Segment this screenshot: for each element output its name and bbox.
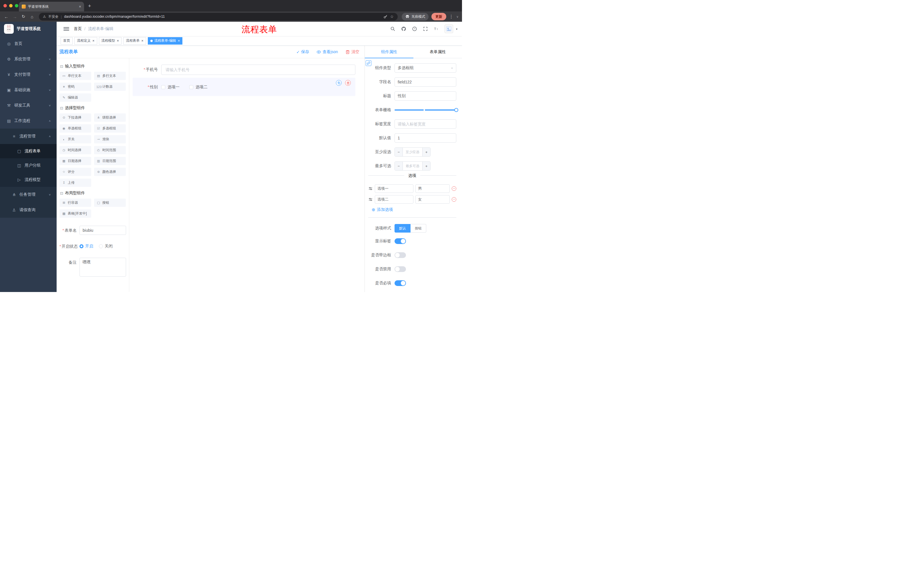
default-value-input[interactable] xyxy=(394,133,456,143)
title-input[interactable] xyxy=(394,91,456,100)
status-on-radio[interactable]: 开启 xyxy=(79,244,93,249)
bookmark-star-icon[interactable]: ☆ xyxy=(390,14,394,19)
palette-item-checkbox-group[interactable]: ☑多选框组 xyxy=(94,124,126,133)
clear-button[interactable]: 清空 xyxy=(345,49,360,54)
sidebar-item-leave-query[interactable]: ♙ 请假查询 xyxy=(0,202,57,218)
back-button[interactable]: ← xyxy=(3,14,9,19)
required-toggle[interactable] xyxy=(394,280,406,286)
drag-handle-icon[interactable] xyxy=(368,186,373,191)
tag-close-icon[interactable]: × xyxy=(117,39,119,43)
tag-close-icon[interactable]: × xyxy=(141,39,144,43)
palette-item-editor[interactable]: ✎编辑器 xyxy=(59,94,91,102)
palette-item-radio-group[interactable]: ◉单选框组 xyxy=(59,124,91,133)
add-option-button[interactable]: ⊕ 添加选项 xyxy=(372,207,456,212)
new-tab-button[interactable]: + xyxy=(88,3,91,9)
tab-close-icon[interactable]: × xyxy=(79,4,81,9)
toolbar-chevron-icon[interactable]: ∨ xyxy=(456,15,459,18)
option-value-input[interactable] xyxy=(416,184,450,193)
palette-item-single-line-text[interactable]: ▭单行文本 xyxy=(59,72,91,80)
field-name-input[interactable] xyxy=(394,77,456,87)
search-icon[interactable] xyxy=(390,26,395,31)
palette-item-password[interactable]: ∗密码 xyxy=(59,82,91,91)
window-close-button[interactable] xyxy=(3,4,7,7)
sidebar-item-payment[interactable]: ¥ 支付管理 ∨ xyxy=(0,67,57,82)
user-avatar[interactable] xyxy=(445,25,453,33)
tag-home[interactable]: 首页 xyxy=(61,37,73,44)
stepper-plus-button[interactable]: + xyxy=(422,148,430,156)
palette-item-cascader[interactable]: ⋔级联选择 xyxy=(94,114,126,122)
stepper-plus-button[interactable]: + xyxy=(422,162,430,170)
link-icon-button[interactable] xyxy=(366,60,371,66)
show-label-toggle[interactable] xyxy=(394,238,406,244)
drag-handle-icon[interactable] xyxy=(368,197,373,202)
sidebar-item-infrastructure[interactable]: ▣ 基础设施 ∨ xyxy=(0,82,57,98)
window-minimize-button[interactable] xyxy=(9,4,13,7)
palette-item-button[interactable]: ▢按钮 xyxy=(94,199,126,207)
save-button[interactable]: ✓ 保存 xyxy=(297,49,309,54)
hamburger-icon[interactable] xyxy=(63,27,69,31)
sidebar-item-process-model[interactable]: ▷ 流程模型 xyxy=(0,173,57,187)
palette-item-counter[interactable]: 123计数器 xyxy=(94,82,126,91)
tag-process-form[interactable]: 流程表单× xyxy=(123,37,146,44)
style-default-button[interactable]: 默认 xyxy=(394,224,411,233)
view-json-button[interactable]: 查看json xyxy=(317,49,338,54)
sidebar-item-devtools[interactable]: ⚒ 研发工具 ∨ xyxy=(0,98,57,113)
stepper-minus-button[interactable]: − xyxy=(395,162,403,170)
tab-component-props[interactable]: 组件属性 xyxy=(365,46,413,58)
option-value-input[interactable] xyxy=(416,195,450,204)
copy-component-button[interactable] xyxy=(336,80,342,86)
slider-handle[interactable] xyxy=(454,108,458,112)
sidebar-item-user-group[interactable]: ◫ 用户分组 xyxy=(0,158,57,173)
stepper-value[interactable]: 最多可选 xyxy=(403,162,422,170)
checkbox-box[interactable] xyxy=(189,85,193,89)
stepper-minus-button[interactable]: − xyxy=(395,148,403,156)
palette-item-time-range[interactable]: ◴时间范围 xyxy=(94,146,126,154)
fullscreen-icon[interactable] xyxy=(423,26,428,31)
sidebar-item-process-form[interactable]: ▢ 流程表单 xyxy=(0,144,57,158)
home-button[interactable]: ⌂ xyxy=(29,14,35,19)
border-toggle[interactable] xyxy=(394,252,406,258)
sidebar-item-home[interactable]: ◎ 首页 xyxy=(0,36,57,51)
palette-item-slider[interactable]: ⊸滑块 xyxy=(94,135,126,143)
tag-process-definition[interactable]: 流程定义× xyxy=(74,37,97,44)
form-name-input[interactable] xyxy=(79,226,126,235)
label-width-input[interactable] xyxy=(394,119,456,128)
password-key-icon[interactable] xyxy=(383,15,388,19)
palette-item-color-picker[interactable]: ⊚颜色选择 xyxy=(94,168,126,176)
delete-component-button[interactable] xyxy=(345,80,351,86)
disabled-toggle[interactable] xyxy=(394,266,406,272)
stepper-value[interactable]: 至少应选 xyxy=(403,148,422,156)
palette-item-time-picker[interactable]: ◷时间选择 xyxy=(59,146,91,154)
avatar-caret-icon[interactable]: ▾ xyxy=(456,28,457,31)
sidebar-item-workflow[interactable]: ▤ 工作流程 ∧ xyxy=(0,113,57,128)
reload-button[interactable]: ↻ xyxy=(21,14,26,19)
font-size-icon[interactable]: TT xyxy=(434,26,439,31)
chrome-update-button[interactable]: 更新 xyxy=(431,13,446,20)
browser-menu-icon[interactable]: ⋮ xyxy=(449,14,454,19)
component-type-select[interactable]: 多选框组 ∨ xyxy=(394,63,456,72)
form-grid-slider[interactable] xyxy=(394,105,456,115)
remove-option-button[interactable]: − xyxy=(452,197,456,202)
style-button-button[interactable]: 按钮 xyxy=(411,224,426,233)
selected-component-block[interactable]: *性别 选项一 选项二 xyxy=(133,78,355,96)
option-label-input[interactable] xyxy=(375,195,413,204)
palette-item-dropdown[interactable]: ⊙下拉选择 xyxy=(59,114,91,122)
help-icon[interactable]: ? xyxy=(412,26,417,31)
palette-item-upload[interactable]: ↥上传 xyxy=(59,179,91,187)
slider-track[interactable] xyxy=(394,109,456,110)
form-remark-textarea[interactable]: 嘿嘿 xyxy=(79,258,126,276)
sidebar-item-task-management[interactable]: ⋔ 任务管理 ∨ xyxy=(0,187,57,202)
phone-input[interactable] xyxy=(161,64,355,75)
tag-close-icon[interactable]: × xyxy=(92,39,95,43)
window-zoom-button[interactable] xyxy=(15,4,18,7)
address-bar[interactable]: ⚠ 不安全 | dashboard.yudao.iocoder.cn/bpm/m… xyxy=(39,13,398,21)
palette-item-table[interactable]: ▩表格[开发中] xyxy=(59,209,91,218)
status-off-radio[interactable]: 关闭 xyxy=(99,244,113,249)
breadcrumb-home[interactable]: 首页 xyxy=(74,26,82,31)
palette-item-date-picker[interactable]: ▦日期选择 xyxy=(59,157,91,165)
palette-item-switch[interactable]: ◐开关 xyxy=(59,135,91,143)
github-icon[interactable] xyxy=(401,26,406,31)
tag-close-icon[interactable]: × xyxy=(178,39,180,43)
option-label-input[interactable] xyxy=(375,184,413,193)
forward-button[interactable]: → xyxy=(12,14,18,19)
